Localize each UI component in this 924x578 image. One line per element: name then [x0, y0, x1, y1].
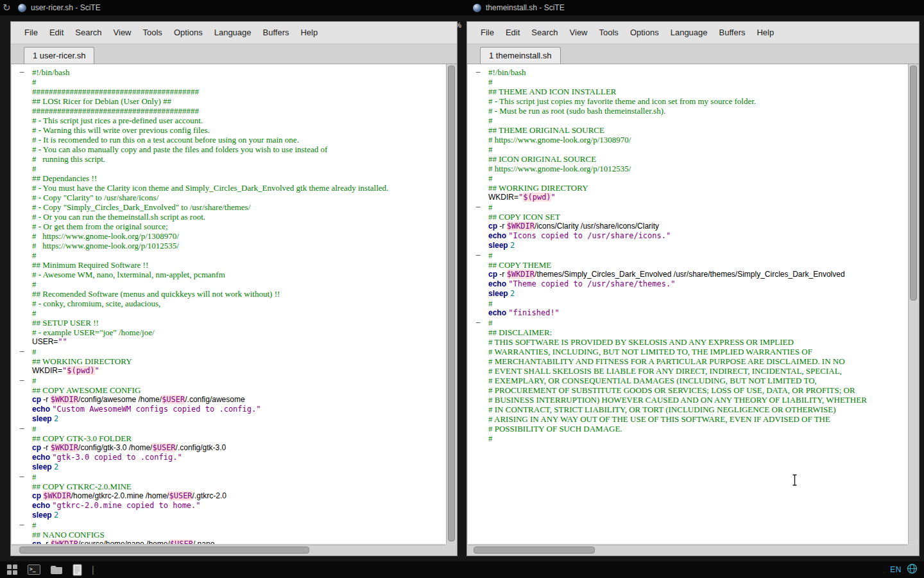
menu-item-tools[interactable]: Tools: [137, 22, 168, 44]
menu-item-edit[interactable]: Edit: [44, 22, 69, 44]
menu-item-tools[interactable]: Tools: [594, 22, 624, 44]
code-line: # - This script just copies my favorite …: [468, 96, 908, 106]
code-line: ## WORKING DIRECTORY: [12, 356, 446, 366]
terminal-icon[interactable]: >_: [28, 565, 40, 575]
code-line: ## ICON ORIGINAL SOURCE: [468, 154, 908, 164]
fold-marker[interactable]: −: [468, 318, 488, 328]
horizontal-scrollbar[interactable]: [12, 545, 446, 555]
code-line: −#: [12, 376, 446, 385]
menu-item-options[interactable]: Options: [624, 22, 665, 44]
code-line: # - You must have the Clarity icon theme…: [12, 183, 446, 193]
menu-bar: FileEditSearchViewToolsOptionsLanguageBu…: [467, 22, 919, 44]
code-line: ########################################: [12, 106, 446, 116]
code-line: −#: [12, 520, 446, 530]
code-line: echo "finished!": [468, 308, 908, 318]
code-line: echo "Theme copied to /usr/share/themes.…: [468, 279, 908, 289]
code-line: cp -r $WKDIR/themes/Simply_Circles_Dark_…: [468, 270, 908, 279]
fold-marker[interactable]: −: [12, 424, 32, 434]
menu-item-buffers[interactable]: Buffers: [257, 22, 295, 44]
menu-item-file[interactable]: File: [475, 22, 500, 44]
code-line: #: [468, 116, 908, 125]
scrollbar-corner: [446, 545, 456, 555]
fold-marker[interactable]: −: [468, 250, 488, 260]
awesome-menu-icon[interactable]: ↻: [3, 1, 11, 14]
fold-marker[interactable]: −: [468, 67, 488, 77]
network-globe-icon[interactable]: [907, 563, 918, 577]
fold-marker[interactable]: −: [12, 376, 32, 385]
taskbar-item-themeinstall[interactable]: themeinstall.sh - SciTE: [473, 0, 565, 15]
code-line: −#: [12, 472, 446, 482]
menu-item-language[interactable]: Language: [209, 22, 257, 44]
menu-item-help[interactable]: Help: [751, 22, 780, 44]
code-line: −#: [468, 318, 908, 328]
editor-user-ricer[interactable]: −#!/bin/bash############################…: [12, 64, 446, 544]
task-title: themeinstall.sh - SciTE: [486, 3, 565, 12]
file-manager-icon[interactable]: [50, 565, 63, 575]
code-line: # - Copy "Clarity" to /usr/share/icons/: [12, 193, 446, 202]
code-line: # ARISING IN ANY WAY OUT OF THE USE OF T…: [468, 414, 908, 424]
vertical-scrollbar[interactable]: [908, 64, 918, 544]
code-line: echo "Custom AwesomeWM configs copied to…: [12, 405, 446, 414]
code-line: cp $WKDIR/home/gtkrc-2.0.mine /home/$USE…: [12, 491, 446, 501]
mouse-text-cursor: [791, 474, 798, 486]
tab-themeinstall[interactable]: 1 themeinstall.sh: [480, 47, 561, 64]
menu-item-help[interactable]: Help: [295, 22, 323, 44]
code-line: # - Must be run as root (sudo bash theme…: [468, 106, 908, 116]
code-line: cp -r $WKDIR/source/home/nano /home/$USE…: [12, 539, 446, 544]
menu-item-language[interactable]: Language: [665, 22, 714, 44]
keyboard-layout-indicator[interactable]: EN: [890, 565, 902, 574]
scrollbar-thumb[interactable]: [474, 547, 595, 554]
fold-marker[interactable]: −: [12, 67, 32, 77]
fold-marker[interactable]: −: [12, 347, 32, 356]
menu-item-buffers[interactable]: Buffers: [714, 22, 751, 44]
menu-item-view[interactable]: View: [108, 22, 137, 44]
text-editor-icon[interactable]: [73, 564, 82, 576]
code-line: ## NANO CONFIGS: [12, 530, 446, 539]
code-line: #: [12, 279, 446, 289]
window-themeinstall: FileEditSearchViewToolsOptionsLanguageBu…: [466, 21, 920, 556]
code-line: # EVENT SHALL SKELOSIS BE LIABLE FOR ANY…: [468, 366, 908, 376]
fold-marker[interactable]: −: [12, 520, 32, 530]
code-line: # https://www.gnome-look.org/p/1308970/: [468, 135, 908, 144]
menu-item-search[interactable]: Search: [69, 22, 107, 44]
scrollbar-thumb[interactable]: [910, 66, 917, 301]
taskbar-item-user-ricer[interactable]: user-ricer.sh - SciTE: [18, 0, 101, 15]
code-line: #: [12, 77, 446, 87]
fold-marker[interactable]: −: [12, 472, 32, 482]
app-grid-icon[interactable]: [6, 564, 18, 575]
code-line: # - Or you can run the themeinstall.sh s…: [12, 212, 446, 222]
terminal-prompt-glyph: >_: [28, 565, 40, 575]
code-line: sleep 2: [12, 511, 446, 520]
code-line: −#!/bin/bash: [468, 67, 908, 77]
code-line: ## LOSt Ricer for Debian (User Only) ##: [12, 96, 446, 106]
code-line: # POSSIBILITY OF SUCH DAMAGE.: [468, 424, 908, 434]
code-line: # BUSINESS INTERRUPTION) HOWEVER CAUSED …: [468, 395, 908, 405]
code-line: #: [12, 250, 446, 260]
code-line: #: [468, 434, 908, 443]
code-line: cp -r $WKDIR/icons/Clarity /usr/share/ic…: [468, 222, 908, 231]
scrollbar-thumb[interactable]: [448, 66, 455, 541]
code-line: ## COPY GTKRC-2.0.MINE: [12, 482, 446, 491]
menu-item-search[interactable]: Search: [526, 22, 563, 44]
editor-themeinstall[interactable]: −#!/bin/bash### THEME AND ICON INSTALLER…: [468, 64, 908, 544]
vertical-scrollbar[interactable]: [446, 64, 456, 544]
menu-item-view[interactable]: View: [564, 22, 594, 44]
code-line: # - Warning this will write over previou…: [12, 125, 446, 135]
code-line: # - Or get them from the original source…: [12, 222, 446, 231]
tab-user-ricer[interactable]: 1 user-ricer.sh: [24, 47, 94, 64]
code-line: # IN CONTRACT, STRICT LIABILITY, OR TORT…: [468, 405, 908, 414]
code-line: #: [12, 164, 446, 173]
code-line: #: [468, 173, 908, 183]
fold-marker[interactable]: −: [468, 202, 488, 212]
code-line: −#: [12, 347, 446, 356]
code-line: # running this script.: [12, 154, 446, 164]
code-line: # EXEMPLARY, OR CONSEQUENTIAL DAMAGES (I…: [468, 376, 908, 385]
scrollbar-thumb[interactable]: [19, 547, 309, 554]
menu-item-file[interactable]: File: [19, 22, 44, 44]
menu-item-options[interactable]: Options: [168, 22, 209, 44]
horizontal-scrollbar[interactable]: [468, 545, 908, 555]
code-line: # - This script just rices a pre-defined…: [12, 116, 446, 125]
window-user-ricer: FileEditSearchViewToolsOptionsLanguageBu…: [10, 21, 458, 556]
code-line: sleep 2: [468, 241, 908, 250]
menu-item-edit[interactable]: Edit: [500, 22, 526, 44]
